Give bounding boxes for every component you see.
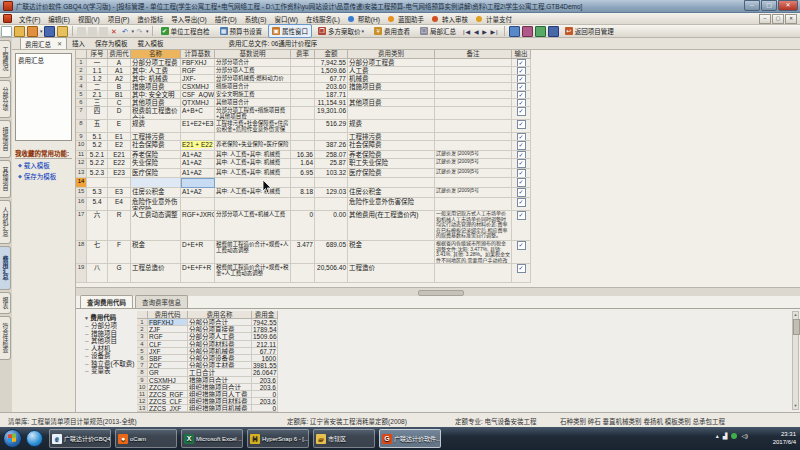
output-checkbox[interactable]: ✓: [517, 83, 526, 91]
cell-base[interactable]: CSF_AQWM: [181, 91, 215, 99]
cell-name[interactable]: 规费: [131, 120, 181, 133]
column-header-8[interactable]: 费用类别: [348, 50, 435, 59]
cell-rate[interactable]: [291, 198, 315, 211]
cell-serial[interactable]: 5.2.3: [87, 169, 108, 178]
menu-item-4[interactable]: 项目(P): [104, 14, 134, 24]
cell-base-desc[interactable]: 分部分项合计: [215, 59, 291, 67]
output-checkbox[interactable]: ✓: [517, 198, 526, 207]
open-icon[interactable]: [14, 26, 25, 37]
cell-base-desc[interactable]: 其中: 人工费+其中: 机械费: [215, 151, 291, 159]
q-cell-amount[interactable]: 1600: [252, 355, 278, 362]
taskbar-button-1[interactable]: e广联达计价GBQ4...: [49, 429, 111, 448]
cell-remark[interactable]: 一般采用记取方式人工市场单价和机械人工市场单价同时调整时均实行动态管理的材料价差…: [435, 211, 512, 241]
cell-remark[interactable]: [435, 67, 512, 75]
q-row-number[interactable]: 4: [137, 341, 148, 348]
cell-amount[interactable]: 25.87: [315, 159, 348, 169]
splitter-grip[interactable]: [418, 290, 464, 296]
q-cell-name[interactable]: 分部分项合计: [188, 319, 252, 326]
cell-amount[interactable]: 20,506.40: [315, 264, 348, 283]
return-project-button[interactable]: ↩ 返回项目管理: [561, 24, 618, 38]
cell-serial[interactable]: 1.1: [87, 67, 108, 75]
dropdown-caret-icon[interactable]: ▾: [362, 28, 365, 34]
column-header-5[interactable]: 基数说明: [215, 50, 291, 59]
cell-serial[interactable]: 1.2: [87, 75, 108, 83]
row-number[interactable]: 1: [76, 59, 87, 67]
undo-dropdown-icon[interactable]: ▾: [132, 28, 135, 34]
cell-rate[interactable]: [291, 67, 315, 75]
filter-icon[interactable]: [522, 26, 533, 37]
output-checkbox[interactable]: ✓: [517, 75, 526, 83]
cell-amount[interactable]: [315, 133, 348, 141]
tab-action-2[interactable]: 保存为模板: [90, 38, 133, 49]
cell-base-desc[interactable]: [215, 198, 291, 211]
q-column-header-3[interactable]: 费用金额: [252, 311, 278, 319]
cell-code[interactable]: E2: [108, 141, 131, 151]
q-cell-code[interactable]: CLF: [148, 341, 188, 348]
tree-item-4[interactable]: 人材机: [84, 345, 136, 353]
cell-remark[interactable]: [435, 264, 512, 283]
q-cell-name[interactable]: 工日合计: [188, 369, 252, 376]
tab-fee-summary[interactable]: 费用汇总 ✕: [20, 37, 67, 49]
q-row-number[interactable]: 12: [137, 398, 148, 405]
left-tab-3[interactable]: 措施项目: [0, 120, 11, 158]
menu-item-12[interactable]: 蓝图助手: [394, 14, 428, 24]
row-number[interactable]: 3: [76, 75, 87, 83]
q-row-number[interactable]: 6: [137, 355, 148, 362]
cell-code[interactable]: R: [108, 211, 131, 241]
cell-serial[interactable]: 5.3: [87, 188, 108, 198]
paste-icon[interactable]: [99, 27, 108, 36]
cell-remark[interactable]: [435, 91, 512, 99]
q-cell-amount[interactable]: 1509.66: [252, 333, 278, 340]
tree-item-3[interactable]: 其他项目: [84, 337, 136, 345]
cell-amount[interactable]: 129.03: [315, 188, 348, 198]
cell-base[interactable]: A1+A2: [181, 188, 215, 198]
row-number[interactable]: 12: [76, 159, 87, 169]
column-header-7[interactable]: 金额: [315, 50, 348, 59]
favorite-link-2[interactable]: ◆保存为模板: [18, 171, 56, 181]
cell-serial[interactable]: 八: [87, 264, 108, 283]
cell-amount[interactable]: 103.32: [315, 169, 348, 178]
left-tab-1[interactable]: 工程概况: [0, 40, 11, 78]
refresh-icon[interactable]: [535, 26, 546, 37]
cell-amount[interactable]: 187.71: [315, 91, 348, 99]
grid-icon[interactable]: [548, 26, 559, 37]
cell-category[interactable]: [348, 107, 435, 120]
menu-item-13[interactable]: 转入审核: [438, 14, 472, 24]
favorite-link-1[interactable]: ◆载入模板: [18, 160, 50, 170]
column-header-3[interactable]: 名称: [131, 50, 181, 59]
row-number[interactable]: 4: [76, 83, 87, 91]
output-checkbox[interactable]: ✓: [517, 151, 526, 159]
cell-remark[interactable]: [435, 178, 512, 188]
cell-base[interactable]: QTXMHJ: [181, 99, 215, 107]
query-scrollbar[interactable]: ▲ ▼: [792, 311, 799, 410]
volume-icon[interactable]: ◁): [741, 432, 748, 439]
cell-rate[interactable]: 16.36: [291, 151, 315, 159]
cell-remark[interactable]: [435, 133, 512, 141]
left-tab-6[interactable]: 费用汇总: [0, 246, 11, 290]
taskbar-button-4[interactable]: HHyperSnap 6 - [...: [247, 429, 309, 448]
output-checkbox[interactable]: ✓: [517, 99, 526, 107]
cell-base[interactable]: FBFXHJ: [181, 59, 215, 67]
menu-item-9[interactable]: 窗口(W): [270, 14, 301, 24]
cell-base[interactable]: [181, 133, 215, 141]
q-cell-code[interactable]: GR: [148, 369, 188, 376]
tray-expand-icon[interactable]: ▴: [716, 432, 719, 439]
q-cell-name[interactable]: 组织措施项目材料费: [188, 398, 252, 405]
query-tab-1[interactable]: 查询费用代码: [80, 295, 133, 308]
cell-serial[interactable]: 2.1: [87, 91, 108, 99]
menu-item-8[interactable]: 系统(S): [241, 14, 271, 24]
cell-name[interactable]: [131, 178, 181, 188]
cell-code[interactable]: G: [108, 264, 131, 283]
output-checkbox[interactable]: ✓: [517, 264, 526, 273]
cell-code[interactable]: E: [108, 120, 131, 133]
delete-icon[interactable]: ✕: [110, 27, 119, 36]
q-row-number[interactable]: 2: [137, 326, 148, 333]
tree-item-6[interactable]: 独立费(不取费): [84, 360, 136, 368]
q-cell-amount[interactable]: 67.77: [252, 348, 278, 355]
row-number[interactable]: 15: [76, 188, 87, 198]
cell-name[interactable]: 危险作业意外伤害保险: [131, 198, 181, 211]
cell-base[interactable]: A+B+C: [181, 107, 215, 120]
q-cell-amount[interactable]: 1789.54: [252, 326, 278, 333]
cell-category[interactable]: 住房公积金: [348, 188, 435, 198]
q-cell-amount[interactable]: 7942.55: [252, 319, 278, 326]
